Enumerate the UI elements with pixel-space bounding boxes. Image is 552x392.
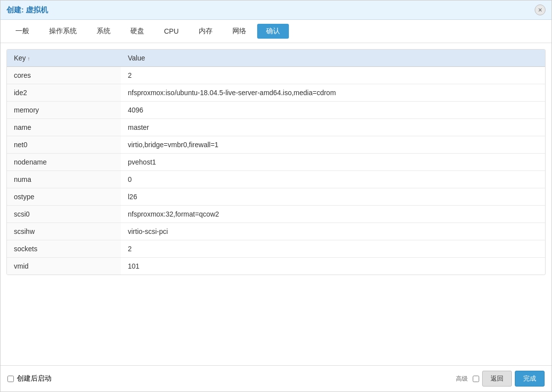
- advanced-checkbox-wrapper: [473, 376, 479, 382]
- advanced-checkbox[interactable]: [473, 376, 479, 382]
- back-button[interactable]: 返回: [482, 371, 512, 387]
- post-create-start-checkbox[interactable]: 创建后启动: [7, 374, 52, 383]
- col-key-label: Key: [14, 54, 26, 62]
- advanced-label: 高级: [456, 375, 468, 383]
- finish-button[interactable]: 完成: [515, 371, 545, 387]
- table-cell-value: virtio-scsi-pci: [121, 223, 545, 240]
- table-row: nodenamepvehost1: [7, 154, 545, 171]
- tab-system[interactable]: 系统: [88, 24, 119, 39]
- table-cell-value: 101: [121, 258, 545, 275]
- table-cell-key: name: [7, 119, 121, 136]
- close-button[interactable]: ×: [535, 4, 546, 15]
- table-row: namemaster: [7, 119, 545, 136]
- col-header-key: Key↑: [7, 50, 121, 67]
- table-cell-value: nfsproxmox:32,format=qcow2: [121, 206, 545, 223]
- table-cell-key: net0: [7, 136, 121, 154]
- table-cell-value: 2: [121, 67, 545, 84]
- table-cell-key: vmid: [7, 258, 121, 275]
- table-cell-key: scsi0: [7, 206, 121, 223]
- tab-memory[interactable]: 内存: [190, 24, 221, 39]
- table-cell-key: sockets: [7, 240, 121, 258]
- tab-cpu[interactable]: CPU: [155, 24, 188, 38]
- table-cell-value: 0: [121, 171, 545, 188]
- table-cell-key: cores: [7, 67, 121, 84]
- col-header-value: Value: [121, 50, 545, 67]
- table-cell-value: 2: [121, 240, 545, 258]
- dialog-footer: 创建后启动 高级 返回 完成: [0, 365, 552, 392]
- sort-arrow-icon: ↑: [27, 56, 30, 61]
- table-row: scsihwvirtio-scsi-pci: [7, 223, 545, 240]
- table-cell-value: pvehost1: [121, 154, 545, 171]
- table-row: vmid101: [7, 258, 545, 275]
- table-cell-value: nfsproxmox:iso/ubuntu-18.04.5-live-serve…: [121, 84, 545, 102]
- table-row: net0virtio,bridge=vmbr0,firewall=1: [7, 136, 545, 154]
- table-row: cores2: [7, 67, 545, 84]
- footer-left: 创建后启动: [7, 374, 52, 383]
- tab-network[interactable]: 网络: [223, 24, 255, 39]
- tab-confirm[interactable]: 确认: [257, 24, 289, 39]
- config-table-wrapper: Key↑ Value cores2ide2nfsproxmox:iso/ubun…: [6, 49, 546, 275]
- table-cell-key: nodename: [7, 154, 121, 171]
- tab-os[interactable]: 操作系统: [40, 24, 86, 39]
- post-create-start-input[interactable]: [7, 376, 14, 382]
- title-bar: 创建: 虚拟机 ×: [0, 0, 552, 20]
- create-vm-dialog: 创建: 虚拟机 × 一般 操作系统 系统 硬盘 CPU 内存 网络 确认 Key…: [0, 0, 552, 392]
- table-row: scsi0nfsproxmox:32,format=qcow2: [7, 206, 545, 223]
- table-cell-key: ostype: [7, 188, 121, 206]
- table-row: ide2nfsproxmox:iso/ubuntu-18.04.5-live-s…: [7, 84, 545, 102]
- footer-right: 高级 返回 完成: [456, 371, 545, 387]
- dialog-body: Key↑ Value cores2ide2nfsproxmox:iso/ubun…: [0, 43, 552, 365]
- table-cell-value: master: [121, 119, 545, 136]
- table-cell-key: numa: [7, 171, 121, 188]
- table-row: memory4096: [7, 102, 545, 119]
- table-cell-key: memory: [7, 102, 121, 119]
- table-row: numa0: [7, 171, 545, 188]
- table-cell-key: ide2: [7, 84, 121, 102]
- table-cell-value: virtio,bridge=vmbr0,firewall=1: [121, 136, 545, 154]
- tab-bar: 一般 操作系统 系统 硬盘 CPU 内存 网络 确认: [0, 20, 552, 43]
- table-row: ostypel26: [7, 188, 545, 206]
- table-row: sockets2: [7, 240, 545, 258]
- post-create-start-label: 创建后启动: [17, 374, 52, 383]
- config-table: Key↑ Value cores2ide2nfsproxmox:iso/ubun…: [7, 50, 545, 275]
- tab-general[interactable]: 一般: [6, 24, 38, 39]
- table-cell-key: scsihw: [7, 223, 121, 240]
- tab-disk[interactable]: 硬盘: [121, 24, 153, 39]
- table-cell-value: l26: [121, 188, 545, 206]
- table-cell-value: 4096: [121, 102, 545, 119]
- dialog-title: 创建: 虚拟机: [6, 5, 48, 15]
